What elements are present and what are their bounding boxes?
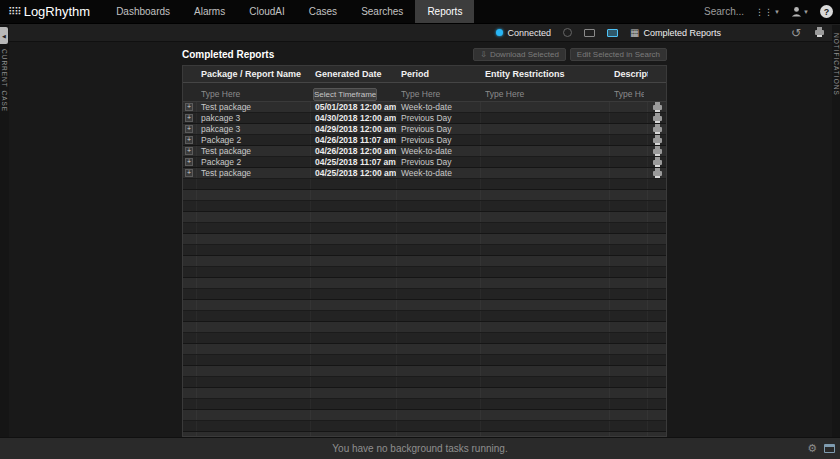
cell-description [610,113,648,123]
table-row-empty [183,344,666,355]
expand-row-icon[interactable]: + [185,114,193,122]
cell-description [610,245,648,255]
options-icon[interactable]: ⋮⋮▼ [755,7,780,17]
nav-reports[interactable]: Reports [415,0,474,23]
cell-package-name [197,421,311,431]
cell-generated-date [311,388,397,398]
print-report-icon[interactable] [653,149,662,154]
notifications-label[interactable]: NOTIFICATIONS [833,33,840,96]
expand-row-icon[interactable]: + [185,136,193,144]
nav-cloudai[interactable]: CloudAI [237,0,297,23]
cell-entity-restrictions [481,102,610,112]
logo-text: LogRhythm [24,4,90,19]
current-view-label: ▦ Completed Reports [630,27,721,38]
search-input[interactable]: Search... [704,6,744,17]
table-row[interactable]: +Package 204/25/2018 11:07 amPrevious Da… [183,157,666,168]
cell-generated-date [311,410,397,420]
table-row-empty [183,212,666,223]
col-period[interactable]: Period [397,69,481,79]
description-filter-input[interactable] [610,89,648,99]
expand-cell [183,421,197,431]
completed-reports-panel: Completed Reports ⇩ Download Selected Ed… [182,46,667,437]
cell-period [397,421,481,431]
expand-row-icon[interactable]: + [185,125,193,133]
expand-row-icon[interactable]: + [185,169,193,177]
active-screen-view-icon[interactable] [607,29,618,37]
nav-alarms[interactable]: Alarms [182,0,237,23]
expand-row-icon[interactable]: + [185,103,193,111]
expand-row-icon[interactable]: + [185,147,193,155]
cell-description [610,377,648,387]
col-generated-date[interactable]: Generated Date [311,69,397,79]
table-row-empty [183,432,666,436]
expand-cell [183,300,197,310]
table-row[interactable]: +pakcage 304/30/2018 12:00 amPrevious Da… [183,113,666,124]
user-menu[interactable]: ▼ [791,6,809,17]
collapse-panel-icon[interactable]: ◀ [0,27,8,44]
topnav-right-group: Search... ⋮⋮▼ ▼ ? [704,0,840,23]
cell-generated-date [311,278,397,288]
select-timeframe-button[interactable]: Select Timeframe [313,88,377,101]
cell-description [610,102,648,112]
expand-row-icon[interactable]: + [185,158,193,166]
print-report-icon[interactable] [653,116,662,121]
cell-package-name [197,388,311,398]
cell-description [610,256,648,266]
col-package-name[interactable]: Package / Report Name [197,69,311,79]
help-icon[interactable]: ? [820,5,833,18]
col-entity-restrictions[interactable]: Entity Restrictions [481,69,610,79]
print-report-icon[interactable] [653,105,662,110]
print-report-icon[interactable] [653,138,662,143]
cell-package-name: Package 2 [197,157,311,167]
tasks-panel-icon[interactable] [824,444,835,453]
nav-searches[interactable]: Searches [349,0,415,23]
expand-cell [183,256,197,266]
cell-package-name [197,245,311,255]
cell-generated-date [311,366,397,376]
background-tasks-message: You have no background tasks running. [332,443,507,454]
cell-period [397,201,481,211]
print-report-icon[interactable] [653,171,662,176]
cell-generated-date [311,234,397,244]
cell-entity-restrictions [481,190,610,200]
screen-view-icon[interactable] [584,29,595,37]
cell-description [610,300,648,310]
edit-selected-button[interactable]: Edit Selected in Search [570,48,667,61]
printer-cell [648,311,666,321]
nav-dashboards[interactable]: Dashboards [104,0,182,23]
table-row-empty [183,410,666,421]
period-filter-input[interactable] [397,89,481,99]
package-name-filter-input[interactable] [197,89,311,99]
cell-entity-restrictions [481,267,610,277]
gear-icon[interactable]: ⚙ [807,442,817,455]
table-row[interactable]: +Test package04/25/2018 12:00 amWeek-to-… [183,168,666,179]
printer-cell [648,102,666,112]
cell-period [397,399,481,409]
current-case-label[interactable]: CURRENT CASE [1,49,8,112]
download-selected-button[interactable]: ⇩ Download Selected [473,48,566,61]
cell-package-name [197,223,311,233]
cell-generated-date [311,344,397,354]
print-report-icon[interactable] [653,160,662,165]
cell-entity-restrictions [481,333,610,343]
table-row[interactable]: +Test package04/26/2018 12:00 amWeek-to-… [183,146,666,157]
print-report-icon[interactable] [653,127,662,132]
pause-refresh-icon[interactable] [563,28,572,37]
print-icon[interactable] [815,30,824,35]
nav-cases[interactable]: Cases [297,0,349,23]
col-description[interactable]: Description [610,69,648,79]
logrhythm-logo[interactable]: ⠿⠿ LogRhythm [0,0,104,23]
table-row[interactable]: +Test package05/01/2018 12:00 amWeek-to-… [183,102,666,113]
table-row[interactable]: +pakcage 304/29/2018 12:00 amPrevious Da… [183,124,666,135]
cell-package-name [197,311,311,321]
refresh-icon[interactable]: ↺ [791,28,801,38]
expand-cell: + [183,168,197,178]
printer-cell [648,289,666,299]
entity-filter-input[interactable] [481,89,610,99]
printer-cell [648,399,666,409]
cell-period: Week-to-date [397,102,481,112]
expand-cell [183,289,197,299]
table-row[interactable]: +Package 204/26/2018 11:07 amPrevious Da… [183,135,666,146]
cell-entity-restrictions [481,388,610,398]
cell-entity-restrictions [481,113,610,123]
